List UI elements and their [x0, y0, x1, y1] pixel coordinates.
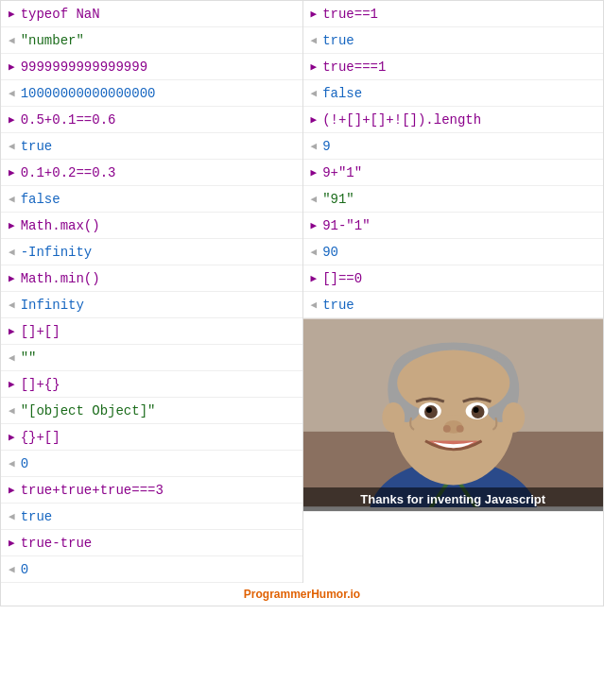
meme-caption: Thanks for inventing Javascript [303, 487, 604, 511]
code-output-row: ◀10000000000000000 [1, 80, 302, 107]
input-arrow: ▶ [311, 113, 318, 126]
output-value: "number" [21, 33, 84, 48]
svg-point-21 [502, 402, 525, 433]
footer: ProgrammerHumor.io [0, 583, 604, 606]
input-arrow: ▶ [311, 272, 318, 284]
code-input-row: ▶true+true+true===3 [1, 477, 302, 504]
output-arrow: ◀ [9, 34, 15, 46]
output-arrow: ◀ [9, 351, 15, 364]
input-arrow: ▶ [9, 378, 15, 390]
output-value: false [322, 86, 362, 101]
output-value: 0 [21, 562, 28, 577]
input-code: true==1 [322, 7, 378, 22]
output-arrow: ◀ [9, 563, 15, 575]
svg-point-20 [382, 402, 405, 433]
input-arrow: ▶ [9, 166, 15, 179]
code-output-row: ◀0 [1, 556, 302, 583]
output-value: true [322, 298, 354, 313]
input-code: {}+[] [21, 430, 60, 445]
output-arrow: ◀ [311, 299, 318, 311]
output-arrow: ◀ [311, 246, 318, 258]
input-arrow: ▶ [9, 537, 15, 549]
input-arrow: ▶ [9, 219, 15, 231]
code-input-row: ▶0.5+0.1==0.6 [1, 107, 302, 133]
input-arrow: ▶ [311, 8, 318, 20]
code-input-row: ▶0.1+0.2==0.3 [1, 160, 302, 186]
output-arrow: ◀ [311, 193, 318, 205]
output-value: true [21, 509, 53, 524]
input-arrow: ▶ [9, 431, 15, 443]
code-input-row: ▶Math.min() [1, 265, 302, 292]
code-output-row: ◀Infinity [1, 292, 302, 318]
output-arrow: ◀ [9, 457, 15, 470]
output-value: true [21, 139, 53, 154]
output-arrow: ◀ [9, 299, 15, 311]
code-output-row: ◀false [303, 80, 604, 107]
code-input-row: ▶typeof NaN [1, 1, 302, 27]
input-code: 9+"1" [322, 165, 362, 180]
code-output-row: ◀true [303, 292, 604, 318]
code-input-row: ▶true==1 [303, 1, 604, 27]
svg-point-15 [425, 407, 431, 413]
svg-point-10 [397, 350, 509, 416]
input-code: 0.1+0.2==0.3 [21, 165, 116, 180]
output-arrow: ◀ [9, 87, 15, 99]
code-output-row: ◀true [1, 133, 302, 160]
code-input-row: ▶[]+[] [1, 318, 302, 345]
code-output-row: ◀"" [1, 345, 302, 371]
code-input-row: ▶91-"1" [303, 213, 604, 239]
input-arrow: ▶ [9, 113, 15, 126]
input-arrow: ▶ [311, 60, 318, 73]
input-code: []==0 [322, 271, 362, 286]
input-arrow: ▶ [9, 484, 15, 496]
input-code: (!+[]+[]+![]).length [322, 112, 481, 128]
input-arrow: ▶ [311, 166, 318, 179]
input-code: 0.5+0.1==0.6 [21, 112, 116, 128]
output-arrow: ◀ [9, 246, 15, 258]
code-input-row: ▶true===1 [303, 54, 604, 80]
input-code: typeof NaN [21, 7, 100, 22]
input-code: 91-"1" [322, 218, 370, 233]
input-arrow: ▶ [9, 60, 15, 73]
output-value: true [322, 33, 354, 48]
output-value: 0 [21, 456, 28, 471]
output-value: 9 [322, 139, 330, 154]
output-arrow: ◀ [9, 510, 15, 522]
footer-text: ProgrammerHumor.io [244, 588, 360, 601]
output-arrow: ◀ [311, 87, 318, 99]
input-arrow: ▶ [311, 219, 318, 231]
input-arrow: ▶ [9, 325, 15, 337]
output-value: 10000000000000000 [21, 86, 156, 101]
output-arrow: ◀ [9, 193, 15, 205]
meme-face-svg [303, 318, 604, 507]
input-code: 9999999999999999 [21, 60, 147, 75]
input-code: Math.max() [21, 218, 100, 233]
svg-point-16 [473, 407, 478, 413]
input-code: []+[] [21, 324, 60, 339]
code-input-row: ▶true-true [1, 530, 302, 556]
input-code: []+{} [21, 377, 60, 392]
code-output-row: ◀false [1, 186, 302, 213]
code-input-row: ▶(!+[]+[]+![]).length [303, 107, 604, 133]
code-output-row: ◀-Infinity [1, 239, 302, 265]
svg-point-18 [442, 425, 450, 433]
code-output-row: ◀"[object Object]" [1, 398, 302, 424]
input-arrow: ▶ [9, 272, 15, 284]
code-output-row: ◀true [303, 27, 604, 54]
output-arrow: ◀ [9, 404, 15, 417]
code-output-row: ◀"91" [303, 186, 604, 213]
output-arrow: ◀ [9, 140, 15, 152]
input-code: true===1 [322, 60, 386, 75]
input-code: true-true [21, 536, 93, 551]
input-arrow: ▶ [9, 8, 15, 20]
input-code: Math.min() [21, 271, 100, 286]
left-column: ▶typeof NaN◀"number"▶9999999999999999◀10… [1, 1, 302, 583]
output-value: "[object Object]" [21, 403, 156, 418]
code-output-row: ◀true [1, 504, 302, 530]
code-output-row: ◀9 [303, 133, 604, 160]
output-value: 90 [322, 245, 338, 260]
output-value: "" [21, 350, 37, 366]
svg-point-19 [456, 425, 463, 433]
output-value: Infinity [21, 298, 84, 313]
code-input-row: ▶9+"1" [303, 160, 604, 186]
